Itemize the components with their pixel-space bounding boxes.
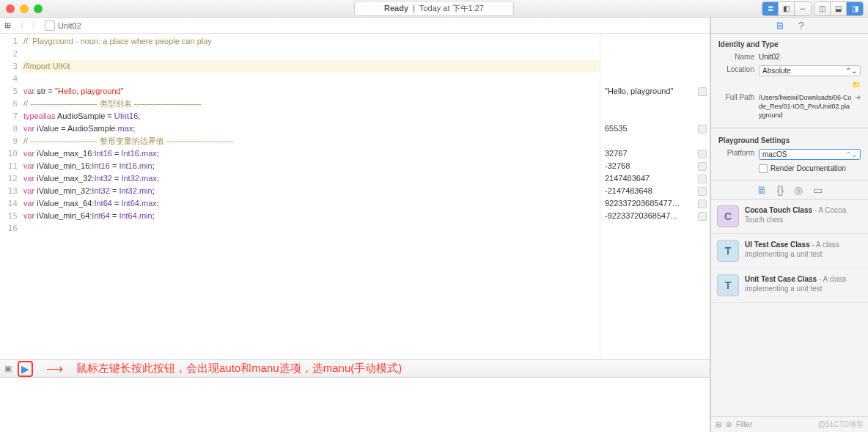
platform-label: Platform: [718, 149, 759, 157]
library-list: C Cocoa Touch Class - A Cocoa Touch clas…: [711, 199, 868, 416]
result-value: "Hello, playground": [600, 85, 710, 98]
editor-version-icon[interactable]: ↔: [795, 2, 811, 15]
chevron-updown-icon: ⌃⌄: [845, 150, 857, 158]
result-value: [600, 48, 710, 60]
result-value: 65535: [600, 122, 710, 135]
code-editor[interactable]: //: Playground - noun: a place where peo…: [22, 34, 600, 359]
inspector-panel: 🗎 ? Identity and Type Name Unit02 Locati…: [710, 18, 868, 432]
result-value: -32768: [600, 160, 710, 172]
code-line[interactable]: // ------------------------- 整形变量的边界值 --…: [22, 135, 600, 147]
status-time: Today at 下午1:27: [419, 4, 484, 12]
code-line[interactable]: [22, 222, 600, 235]
run-button[interactable]: ▶: [21, 363, 29, 375]
quicklook-icon[interactable]: [698, 199, 707, 208]
result-value: [600, 222, 710, 235]
platform-select[interactable]: macOS⌃⌄: [759, 149, 861, 160]
code-line[interactable]: var iValue_min_16:Int16 = Int16.min;: [22, 160, 600, 172]
template-icon: T: [717, 240, 739, 262]
result-value: -92233720368547…: [600, 210, 710, 222]
results-sidebar: "Hello, playground"6553532767-3276821474…: [600, 34, 710, 359]
help-inspector-tab-icon[interactable]: ?: [798, 20, 804, 32]
code-line[interactable]: var str = "Hello, playground": [22, 85, 600, 98]
filter-placeholder[interactable]: Filter: [736, 420, 752, 428]
quicklook-icon[interactable]: [698, 212, 707, 221]
filter-icon[interactable]: ⊜: [726, 420, 732, 428]
result-value: -2147483648: [600, 185, 710, 197]
nav-back-icon[interactable]: 〈: [14, 20, 26, 31]
file-name[interactable]: Unit02: [58, 21, 81, 30]
render-checkbox[interactable]: [759, 164, 768, 173]
code-line[interactable]: var iValue_max_64:Int64 = Int64.max;: [22, 197, 600, 210]
code-line[interactable]: [22, 73, 600, 85]
folder-icon[interactable]: 📁: [852, 81, 861, 89]
zoom-button[interactable]: [34, 4, 43, 13]
code-line[interactable]: //import UIKit: [22, 60, 600, 73]
lib-object-tab-icon[interactable]: ◎: [794, 184, 803, 196]
quicklook-icon[interactable]: [698, 187, 707, 196]
grid-icon[interactable]: ⊞: [716, 420, 721, 428]
result-value: [600, 60, 710, 73]
line-gutter: 12345678910111213141516: [0, 34, 22, 359]
library-item[interactable]: T Unit Test Case Class - A class impleme…: [711, 268, 868, 303]
file-icon: [45, 21, 55, 31]
editor-standard-icon[interactable]: ≣: [762, 2, 779, 15]
chevron-updown-icon: ⌃⌄: [845, 67, 857, 75]
location-label: Location: [718, 65, 759, 73]
file-inspector-tab-icon[interactable]: 🗎: [775, 20, 785, 32]
console-area[interactable]: [0, 377, 710, 432]
annotation-text: 鼠标左键长按此按钮，会出现auto和manu选项，选manu(手动模式): [76, 362, 402, 376]
panel-right-icon[interactable]: ◨: [847, 2, 863, 15]
settings-header: Playground Settings: [718, 134, 861, 147]
quicklook-icon[interactable]: [698, 87, 707, 96]
result-value: [600, 73, 710, 85]
lib-file-tab-icon[interactable]: 🗎: [757, 184, 767, 196]
code-line[interactable]: var iValue_min_64:Int64 = Int64.min;: [22, 210, 600, 222]
quicklook-icon[interactable]: [698, 175, 707, 183]
related-items-icon[interactable]: ⊞: [4, 21, 11, 30]
watermark: @51CTO博客: [818, 420, 864, 430]
result-value: [600, 110, 710, 122]
code-line[interactable]: var iValue_max_16:Int16 = Int16.max;: [22, 147, 600, 160]
inspector-tabs: 🗎 ?: [711, 18, 868, 34]
window-controls: [6, 4, 43, 13]
code-line[interactable]: var iValue_max_32:Int32 = Int32.max;: [22, 172, 600, 185]
jump-bar[interactable]: ⊞ 〈 〉 Unit02: [0, 18, 710, 34]
annotation-arrow-icon: ⟶: [46, 362, 63, 376]
lib-media-tab-icon[interactable]: ▭: [813, 184, 823, 196]
library-item[interactable]: C Cocoa Touch Class - A Cocoa Touch clas…: [711, 199, 868, 234]
result-value: 922337203685477…: [600, 197, 710, 210]
code-line[interactable]: var iValue_min_32:Int32 = Int32.min;: [22, 185, 600, 197]
library-item[interactable]: T UI Test Case Class - A class implement…: [711, 234, 868, 268]
library-panel: 🗎 {} ◎ ▭ C Cocoa Touch Class - A Cocoa T…: [711, 180, 868, 432]
code-line[interactable]: [22, 48, 600, 60]
quicklook-icon[interactable]: [698, 125, 707, 133]
debug-bar: ▣ ▶ ⟶ 鼠标左键长按此按钮，会出现auto和manu选项，选manu(手动模…: [0, 359, 710, 377]
lib-code-tab-icon[interactable]: {}: [777, 184, 784, 196]
panel-bottom-icon[interactable]: ⬓: [831, 2, 847, 15]
status-bar: Ready | Today at 下午1:27: [354, 1, 514, 16]
location-select[interactable]: Absolute⌃⌄: [759, 65, 861, 76]
path-arrow-icon[interactable]: ➜: [855, 93, 861, 101]
code-line[interactable]: // ------------------------- 类型别名 ------…: [22, 98, 600, 110]
fullpath-value: /Users/liweixi/Downloads/06-Code_Res/01-…: [759, 93, 852, 120]
name-value[interactable]: Unit02: [759, 53, 861, 61]
minimize-button[interactable]: [20, 4, 29, 13]
result-value: [600, 98, 710, 110]
editor-area: ⊞ 〈 〉 Unit02 12345678910111213141516 //:…: [0, 18, 710, 432]
code-line[interactable]: //: Playground - noun: a place where peo…: [22, 35, 600, 48]
debug-toggle-icon[interactable]: ▣: [4, 364, 12, 373]
editor-assistant-icon[interactable]: ◧: [779, 2, 795, 15]
quicklook-icon[interactable]: [698, 162, 707, 171]
template-title: UI Test Case Class: [745, 241, 810, 249]
code-line[interactable]: typealias AudioSample = UInt16;: [22, 110, 600, 122]
render-label: Render Documentation: [770, 164, 846, 172]
close-button[interactable]: [6, 4, 15, 13]
code-line[interactable]: var iValue = AudioSample.max;: [22, 122, 600, 135]
quicklook-icon[interactable]: [698, 150, 707, 158]
name-label: Name: [718, 53, 759, 61]
panel-left-icon[interactable]: ◫: [814, 2, 831, 15]
result-value: [600, 35, 710, 48]
template-icon: T: [717, 274, 739, 296]
run-button-highlight: ▶: [18, 361, 33, 377]
nav-forward-icon[interactable]: 〉: [29, 20, 42, 31]
